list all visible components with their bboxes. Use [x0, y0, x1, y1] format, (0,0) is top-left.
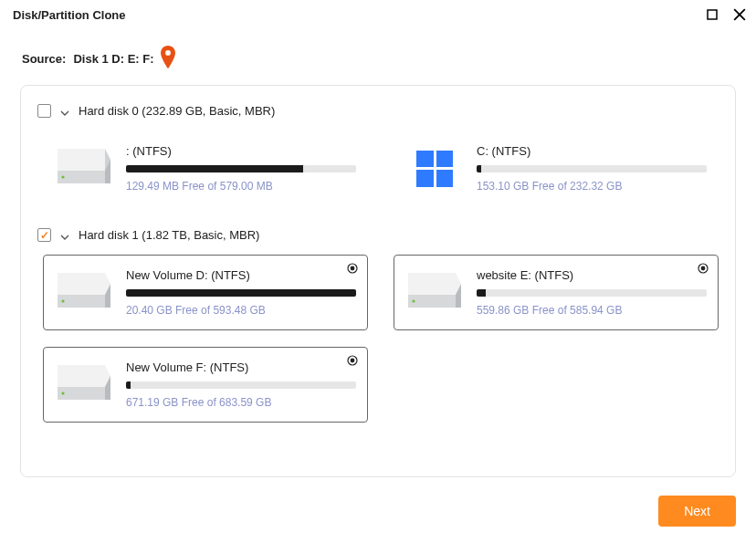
source-label: Source:: [22, 52, 66, 66]
titlebar: Disk/Partition Clone: [0, 0, 756, 29]
window-title: Disk/Partition Clone: [13, 8, 126, 22]
svg-point-26: [61, 392, 64, 394]
partition-title: C: (NTFS): [477, 144, 707, 158]
disk-label-0: Hard disk 0 (232.89 GB, Basic, MBR): [79, 104, 275, 118]
usage-bar: [477, 289, 707, 297]
partition-card[interactable]: : (NTFS) 129.49 MB Free of 579.00 MB: [43, 131, 368, 206]
disk-header-1[interactable]: Hard disk 1 (1.82 TB, Basic, MBR): [37, 228, 719, 242]
svg-point-20: [412, 299, 415, 302]
maximize-button[interactable]: [705, 7, 719, 22]
drive-icon: [55, 268, 113, 317]
usage-bar: [126, 381, 356, 389]
svg-point-14: [61, 299, 64, 302]
chevron-down-icon[interactable]: [60, 231, 69, 240]
next-button[interactable]: Next: [658, 496, 736, 527]
partition-free: 153.10 GB Free of 232.32 GB: [477, 180, 707, 193]
windows-icon: [405, 144, 464, 193]
disk-1-partitions-row2: New Volume F: (NTFS) 671.19 GB Free of 6…: [43, 347, 719, 423]
partition-card[interactable]: C: (NTFS) 153.10 GB Free of 232.32 GB: [394, 131, 719, 206]
svg-rect-6: [58, 171, 105, 183]
footer: Next: [658, 496, 736, 527]
selected-radio-icon: [347, 263, 358, 274]
map-pin-icon: [160, 46, 176, 72]
usage-bar: [477, 165, 707, 172]
svg-rect-24: [58, 387, 105, 400]
partition-free: 671.19 GB Free of 683.59 GB: [126, 396, 356, 409]
source-value: Disk 1 D: E: F:: [73, 52, 153, 66]
source-row: Source: Disk 1 D: E: F:: [0, 29, 756, 78]
drive-icon: [55, 360, 113, 409]
disk-1-partitions-row1: New Volume D: (NTFS) 20.40 GB Free of 59…: [43, 255, 719, 330]
partition-card[interactable]: website E: (NTFS) 559.86 GB Free of 585.…: [394, 255, 719, 330]
partition-title: website E: (NTFS): [477, 268, 707, 282]
svg-point-8: [61, 175, 64, 178]
partition-title: New Volume F: (NTFS): [126, 360, 356, 374]
partition-title: New Volume D: (NTFS): [126, 268, 356, 282]
disk-label-1: Hard disk 1 (1.82 TB, Basic, MBR): [79, 228, 259, 242]
window-controls: [705, 7, 747, 22]
partition-free: 559.86 GB Free of 585.94 GB: [477, 304, 707, 317]
disk-list-panel: Hard disk 0 (232.89 GB, Basic, MBR) : (N…: [20, 85, 736, 477]
partition-free: 129.49 MB Free of 579.00 MB: [126, 180, 356, 193]
partition-title: : (NTFS): [126, 144, 356, 158]
disk-checkbox-0[interactable]: [37, 104, 51, 118]
svg-rect-18: [408, 295, 456, 308]
selected-radio-icon: [698, 263, 709, 274]
chevron-down-icon[interactable]: [60, 107, 69, 116]
svg-point-22: [351, 359, 355, 363]
svg-point-3: [165, 50, 171, 56]
usage-bar: [126, 289, 356, 297]
disk-checkbox-1[interactable]: [37, 228, 51, 242]
disk-0-partitions: : (NTFS) 129.49 MB Free of 579.00 MB C: …: [43, 131, 719, 206]
partition-free: 20.40 GB Free of 593.48 GB: [126, 304, 356, 317]
drive-icon: [405, 268, 464, 317]
drive-icon: [55, 144, 113, 193]
usage-bar: [126, 165, 356, 172]
svg-rect-12: [58, 295, 105, 308]
selected-radio-icon: [347, 355, 358, 366]
partition-card[interactable]: New Volume D: (NTFS) 20.40 GB Free of 59…: [43, 255, 368, 330]
svg-point-16: [701, 266, 706, 271]
close-button[interactable]: [732, 7, 747, 22]
partition-card[interactable]: New Volume F: (NTFS) 671.19 GB Free of 6…: [43, 347, 368, 423]
svg-rect-0: [708, 10, 717, 19]
disk-header-0[interactable]: Hard disk 0 (232.89 GB, Basic, MBR): [37, 104, 719, 118]
svg-point-10: [351, 266, 355, 271]
